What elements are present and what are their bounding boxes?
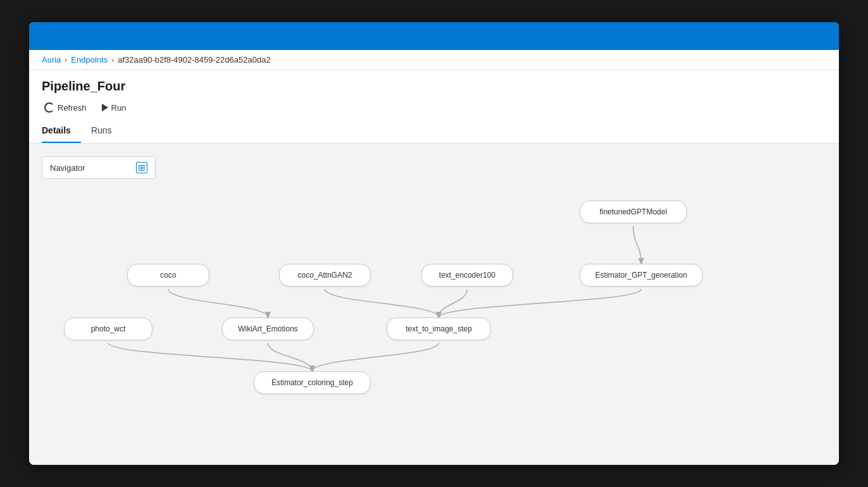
pipeline-node-coco_AttnGAN2[interactable]: coco_AttnGAN2 bbox=[279, 264, 371, 287]
refresh-button[interactable]: Refresh bbox=[42, 100, 89, 115]
run-label: Run bbox=[111, 103, 127, 113]
breadcrumb-sep-1: › bbox=[65, 56, 67, 65]
header-section: Pipeline_Four Refresh Run bbox=[29, 70, 839, 115]
navigator-label: Navigator bbox=[50, 163, 85, 173]
run-icon bbox=[102, 104, 108, 111]
run-button[interactable]: Run bbox=[99, 101, 129, 115]
navigator-expand-button[interactable]: ⊞ bbox=[136, 162, 147, 173]
tab-runs[interactable]: Runs bbox=[91, 120, 122, 143]
app-window: Auria › Endpoints › af32aa90-b2f8-4902-8… bbox=[29, 22, 839, 465]
pipeline-node-text_encoder100[interactable]: text_encoder100 bbox=[421, 264, 513, 287]
breadcrumb-current: af32aa90-b2f8-4902-8459-22d6a52a0da2 bbox=[118, 55, 270, 65]
pipeline-node-WikiArt_Emotions[interactable]: WikiArt_Emotions bbox=[222, 317, 314, 340]
pipeline-node-Estimator_GPT_generation[interactable]: Estimator_GPT_generation bbox=[580, 264, 703, 287]
pipeline-area: finetunedGPTModelcocococo_AttnGAN2text_e… bbox=[29, 144, 839, 465]
pipeline-node-finetunedGPTModel[interactable]: finetunedGPTModel bbox=[580, 200, 687, 223]
main-content: Navigator ⊞ finetunedGPTModelcocococo_At… bbox=[29, 144, 839, 465]
refresh-icon bbox=[44, 102, 54, 113]
pipeline-node-coco[interactable]: coco bbox=[127, 264, 209, 287]
breadcrumb: Auria › Endpoints › af32aa90-b2f8-4902-8… bbox=[29, 50, 839, 70]
tab-details[interactable]: Details bbox=[42, 120, 81, 143]
toolbar: Refresh Run bbox=[42, 100, 826, 115]
refresh-label: Refresh bbox=[58, 103, 87, 113]
page-title: Pipeline_Four bbox=[42, 79, 826, 94]
pipeline-node-Estimator_coloring_step[interactable]: Estimator_coloring_step bbox=[254, 371, 371, 394]
breadcrumb-sep-2: › bbox=[111, 56, 114, 65]
breadcrumb-auria[interactable]: Auria bbox=[42, 55, 61, 65]
pipeline-node-text_to_image_step[interactable]: text_to_image_step bbox=[387, 317, 491, 340]
tabs: Details Runs bbox=[29, 120, 839, 144]
pipeline-svg bbox=[29, 144, 839, 465]
pipeline-node-photo_wct[interactable]: photo_wct bbox=[64, 317, 152, 340]
top-bar bbox=[29, 22, 839, 50]
navigator-box: Navigator ⊞ bbox=[42, 156, 156, 179]
breadcrumb-endpoints[interactable]: Endpoints bbox=[71, 55, 108, 65]
